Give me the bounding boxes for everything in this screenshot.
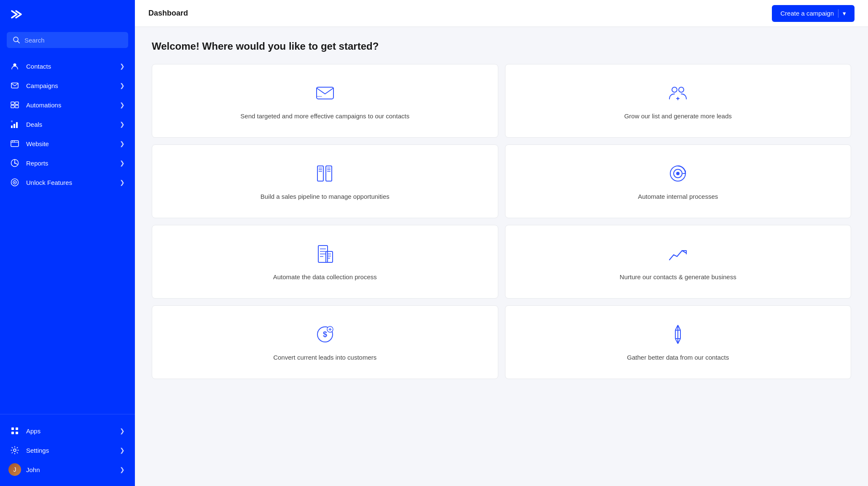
website-chevron: ❯ xyxy=(120,140,125,147)
card-automate-text: Automate internal processes xyxy=(638,192,718,201)
card-gather[interactable]: Gather better data from our contacts xyxy=(505,305,852,379)
sidebar-item-campaigns[interactable]: Campaigns ❯ xyxy=(0,76,135,95)
nav-section: Contacts ❯ Campaigns ❯ xyxy=(0,55,135,411)
cards-grid: Send targeted and more effective campaig… xyxy=(152,64,851,379)
sidebar-item-unlock[interactable]: Unlock Features ❯ xyxy=(0,173,135,192)
card-data-collection[interactable]: Automate the data collection process xyxy=(152,225,498,299)
search-input[interactable] xyxy=(24,37,122,44)
automations-chevron: ❯ xyxy=(120,101,125,108)
card-automate-icon xyxy=(666,162,690,185)
reports-chevron: ❯ xyxy=(120,160,125,166)
svg-point-17 xyxy=(14,163,16,164)
card-leads[interactable]: Grow our list and generate more leads xyxy=(505,64,852,138)
card-convert-text: Convert current leads into customers xyxy=(273,353,376,362)
card-data-collection-text: Automate the data collection process xyxy=(273,272,377,281)
search-icon xyxy=(13,36,20,44)
sidebar-item-contacts[interactable]: Contacts ❯ xyxy=(0,56,135,76)
website-icon xyxy=(10,139,19,148)
svg-rect-7 xyxy=(15,105,19,108)
sidebar-item-reports[interactable]: Reports ❯ xyxy=(0,153,135,173)
svg-point-28 xyxy=(672,87,677,92)
dropdown-arrow-icon: ▾ xyxy=(843,10,846,17)
sidebar: Contacts ❯ Campaigns ❯ xyxy=(0,0,135,486)
automations-label: Automations xyxy=(26,101,113,109)
svg-rect-22 xyxy=(16,427,18,430)
deals-chevron: ❯ xyxy=(120,121,125,128)
website-label: Website xyxy=(26,140,113,147)
sidebar-item-website[interactable]: Website ❯ xyxy=(0,134,135,153)
svg-rect-4 xyxy=(11,102,14,104)
unlock-chevron: ❯ xyxy=(120,179,125,186)
card-gather-text: Gather better data from our contacts xyxy=(627,353,729,362)
automations-icon xyxy=(10,100,19,109)
card-leads-icon xyxy=(666,81,690,105)
settings-icon xyxy=(10,446,19,455)
apps-chevron: ❯ xyxy=(120,427,125,434)
card-nurture-icon xyxy=(666,242,690,266)
campaigns-icon xyxy=(10,81,19,90)
card-gather-icon xyxy=(666,323,690,346)
sidebar-item-user[interactable]: J John ❯ xyxy=(0,460,135,479)
svg-rect-5 xyxy=(15,102,19,104)
sidebar-item-deals[interactable]: Deals ❯ xyxy=(0,115,135,134)
header-title: Dashboard xyxy=(148,9,188,18)
svg-rect-9 xyxy=(13,124,15,128)
reports-icon xyxy=(10,158,19,168)
settings-chevron: ❯ xyxy=(120,447,125,454)
svg-rect-23 xyxy=(11,432,14,434)
svg-rect-8 xyxy=(11,126,13,128)
svg-rect-26 xyxy=(317,87,333,99)
reports-label: Reports xyxy=(26,160,113,167)
sidebar-logo xyxy=(0,0,135,29)
contacts-icon xyxy=(10,61,19,71)
svg-point-20 xyxy=(14,182,16,183)
campaigns-label: Campaigns xyxy=(26,82,113,89)
svg-rect-21 xyxy=(11,427,14,430)
unlock-icon xyxy=(10,178,19,187)
card-nurture-text: Nurture our contacts & generate business xyxy=(620,272,736,281)
card-convert-icon: $ xyxy=(313,323,337,346)
content-area: Welcome! Where would you like to get sta… xyxy=(135,27,868,486)
search-bar[interactable] xyxy=(7,32,128,48)
create-campaign-button[interactable]: Create a campaign ▾ xyxy=(772,5,855,22)
sidebar-item-automations[interactable]: Automations ❯ xyxy=(0,95,135,115)
svg-rect-48 xyxy=(326,251,333,262)
card-convert[interactable]: $ Convert current leads into customers xyxy=(152,305,498,379)
sidebar-item-apps[interactable]: Apps ❯ xyxy=(0,421,135,441)
svg-rect-6 xyxy=(11,105,14,108)
svg-rect-3 xyxy=(11,83,18,88)
card-automate[interactable]: Automate internal processes xyxy=(505,144,852,218)
nav-divider xyxy=(0,414,135,414)
user-chevron: ❯ xyxy=(120,466,125,473)
svg-rect-24 xyxy=(16,432,18,434)
svg-rect-12 xyxy=(11,141,19,147)
unlock-label: Unlock Features xyxy=(26,179,113,186)
svg-point-25 xyxy=(13,449,16,451)
svg-point-29 xyxy=(679,87,684,92)
card-leads-text: Grow our list and generate more leads xyxy=(624,112,732,120)
card-campaigns-text: Send targeted and more effective campaig… xyxy=(240,112,409,120)
apps-label: Apps xyxy=(26,427,113,435)
svg-rect-11 xyxy=(11,120,13,122)
campaigns-chevron: ❯ xyxy=(120,82,125,89)
apps-icon xyxy=(10,426,19,435)
main-content: Dashboard Create a campaign ▾ Welcome! W… xyxy=(135,0,868,486)
contacts-label: Contacts xyxy=(26,63,113,70)
header: Dashboard Create a campaign ▾ xyxy=(135,0,868,27)
user-avatar: J xyxy=(10,465,19,474)
card-campaigns[interactable]: Send targeted and more effective campaig… xyxy=(152,64,498,138)
svg-line-1 xyxy=(18,41,20,43)
sidebar-item-settings[interactable]: Settings ❯ xyxy=(0,441,135,460)
card-data-collection-icon xyxy=(313,242,337,266)
svg-text:$: $ xyxy=(323,330,327,339)
card-pipeline-text: Build a sales pipeline to manage opportu… xyxy=(261,192,390,201)
card-pipeline[interactable]: Build a sales pipeline to manage opportu… xyxy=(152,144,498,218)
svg-rect-10 xyxy=(16,122,18,128)
sidebar-bottom: Apps ❯ Settings ❯ J John ❯ xyxy=(0,418,135,486)
contacts-chevron: ❯ xyxy=(120,63,125,69)
settings-label: Settings xyxy=(26,447,113,454)
card-nurture[interactable]: Nurture our contacts & generate business xyxy=(505,225,852,299)
welcome-title: Welcome! Where would you like to get sta… xyxy=(152,40,851,52)
card-campaigns-icon xyxy=(313,81,337,105)
svg-point-42 xyxy=(676,172,680,175)
